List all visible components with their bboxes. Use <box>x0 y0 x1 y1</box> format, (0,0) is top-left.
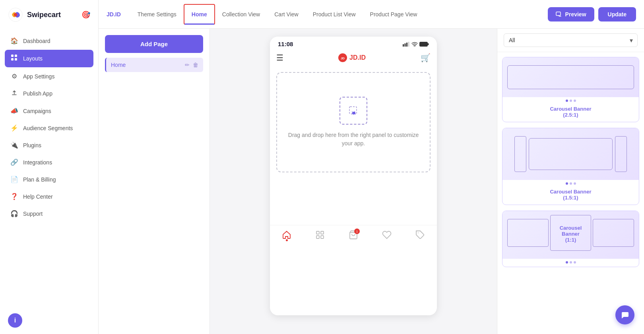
sidebar-item-label: Layouts <box>23 55 43 62</box>
preview-button[interactable]: Preview <box>548 7 594 21</box>
update-button[interactable]: Update <box>598 7 636 21</box>
dot-active <box>566 100 568 102</box>
swipecart-logo-icon <box>8 7 23 22</box>
svg-rect-19 <box>321 231 324 234</box>
svg-rect-7 <box>556 12 561 16</box>
bottom-nav-heart[interactable] <box>382 230 392 240</box>
svg-rect-3 <box>11 55 14 57</box>
sidebar-item-support[interactable]: 🎧 Support <box>5 205 93 222</box>
banner-medium-preview <box>529 138 613 170</box>
widget-list: Carousel Banner (2.5:1) <box>497 52 644 334</box>
publish-icon <box>10 90 18 98</box>
sidebar-item-app-settings[interactable]: ⚙ App Settings <box>5 68 93 84</box>
svg-rect-10 <box>406 43 407 47</box>
grid-icon <box>11 54 18 61</box>
tab-home[interactable]: Home <box>184 4 215 25</box>
tag-icon <box>415 230 425 240</box>
drop-zone: Drag and drop here from the right panel … <box>276 72 431 172</box>
svg-rect-13 <box>420 42 428 46</box>
phone-container: 11:08 <box>270 37 437 315</box>
sidebar-item-publish-app[interactable]: Publish App <box>5 85 93 102</box>
svg-rect-8 <box>403 44 404 47</box>
tab-theme-settings[interactable]: Theme Settings <box>130 0 184 29</box>
sidebar-item-label: Audience Segments <box>23 125 73 131</box>
chat-button[interactable] <box>615 305 634 324</box>
sidebar-logo: Swipecart 🎯 <box>0 0 98 29</box>
sidebar-item-audience-segments[interactable]: ⚡ Audience Segments <box>5 120 93 136</box>
phone-bottom-nav: 1 <box>270 225 437 244</box>
sidebar-item-plugins[interactable]: 🔌 Plugins <box>5 137 93 153</box>
campaigns-icon: 📣 <box>10 107 18 115</box>
tab-product-list-view[interactable]: Product List View <box>306 0 363 29</box>
sidebar-item-plan-billing[interactable]: 📄 Plan & Billing <box>5 171 93 188</box>
phone-body: Drag and drop here from the right panel … <box>270 66 437 225</box>
info-button[interactable]: i <box>8 313 22 328</box>
drop-zone-icon <box>339 97 367 125</box>
preview-icon <box>556 11 562 18</box>
banner-grid-preview: Carousel Banner (1:1) <box>507 219 634 251</box>
svg-rect-5 <box>11 58 14 61</box>
widget-carousel-banner-square[interactable]: Carousel Banner (1:1) <box>502 211 639 267</box>
top-nav-actions: Preview Update <box>548 7 636 21</box>
dot <box>570 261 572 264</box>
widget-preview <box>502 128 639 180</box>
main-content: JD.ID Theme Settings Home Collection Vie… <box>99 0 644 334</box>
sidebar-item-label: Plan & Billing <box>23 176 56 183</box>
wifi-icon <box>411 42 418 47</box>
support-icon: 🎧 <box>10 210 18 217</box>
sidebar-item-label: Campaigns <box>23 108 51 114</box>
filter-dropdown[interactable]: All Banner Product Category Navigation <box>504 33 638 47</box>
widget-carousel-banner-medium[interactable]: Carousel Banner (1.5:1) <box>502 128 639 205</box>
audience-icon: ⚡ <box>10 124 18 132</box>
page-item-actions: ✏ 🗑 <box>185 62 198 68</box>
sidebar-brand-name: Swipecart <box>27 11 61 19</box>
sidebar-item-integrations[interactable]: 🔗 Integrations <box>5 154 93 170</box>
bottom-nav-home[interactable] <box>282 230 291 240</box>
cart-badge: 1 <box>354 229 360 234</box>
sidebar-item-label: Publish App <box>23 90 52 97</box>
integrations-icon: 🔗 <box>10 158 18 166</box>
svg-rect-11 <box>408 42 409 47</box>
heart-icon <box>382 230 392 240</box>
top-nav-brand: JD.ID <box>107 11 127 18</box>
svg-rect-9 <box>405 43 406 47</box>
sidebar-item-label: Help Center <box>23 193 53 200</box>
left-panel: Add Page Home ✏ 🗑 <box>99 29 210 334</box>
cursor-icon <box>347 104 360 117</box>
dot-active <box>566 261 568 264</box>
widget-carousel-banner-wide[interactable]: Carousel Banner (2.5:1) <box>502 57 639 122</box>
delete-page-icon[interactable]: 🗑 <box>193 62 198 68</box>
tab-collection-view[interactable]: Collection View <box>215 0 267 29</box>
svg-rect-18 <box>316 231 319 234</box>
settings-icon: ⚙ <box>10 72 18 80</box>
layouts-icon <box>10 54 18 63</box>
edit-page-icon[interactable]: ✏ <box>185 62 190 68</box>
sidebar-item-campaigns[interactable]: 📣 Campaigns <box>5 103 93 119</box>
add-page-button[interactable]: Add Page <box>105 35 203 53</box>
svg-rect-4 <box>15 55 17 57</box>
hamburger-icon[interactable]: ☰ <box>276 53 283 63</box>
sidebar-item-dashboard[interactable]: 🏠 Dashboard <box>5 33 93 49</box>
cart-icon[interactable]: 🛒 <box>421 53 431 63</box>
sidebar-bottom: i <box>0 307 98 334</box>
sidebar-item-label: Dashboard <box>23 38 50 44</box>
page-list-item[interactable]: Home ✏ 🗑 <box>105 58 203 72</box>
sidebar-item-help-center[interactable]: ❓ Help Center <box>5 188 93 205</box>
dot <box>570 100 572 102</box>
bottom-nav-cart[interactable]: 1 <box>349 230 358 240</box>
svg-point-2 <box>14 13 17 16</box>
widget-preview <box>502 57 639 97</box>
right-panel: All Banner Product Category Navigation ▾ <box>497 29 644 334</box>
tab-product-page-view[interactable]: Product Page View <box>363 0 425 29</box>
page-item-name: Home <box>111 62 126 68</box>
sidebar-item-label: App Settings <box>23 73 54 80</box>
svg-point-12 <box>414 46 415 46</box>
battery-icon <box>419 42 429 47</box>
bottom-nav-grid[interactable] <box>315 230 325 240</box>
bottom-nav-tag[interactable] <box>415 230 425 240</box>
sidebar-item-layouts[interactable]: Layouts <box>5 50 93 67</box>
billing-icon: 📄 <box>10 176 18 183</box>
tab-cart-view[interactable]: Cart View <box>267 0 305 29</box>
sidebar-item-label: Plugins <box>23 142 41 148</box>
phone-preview-area: 11:08 <box>210 29 497 334</box>
